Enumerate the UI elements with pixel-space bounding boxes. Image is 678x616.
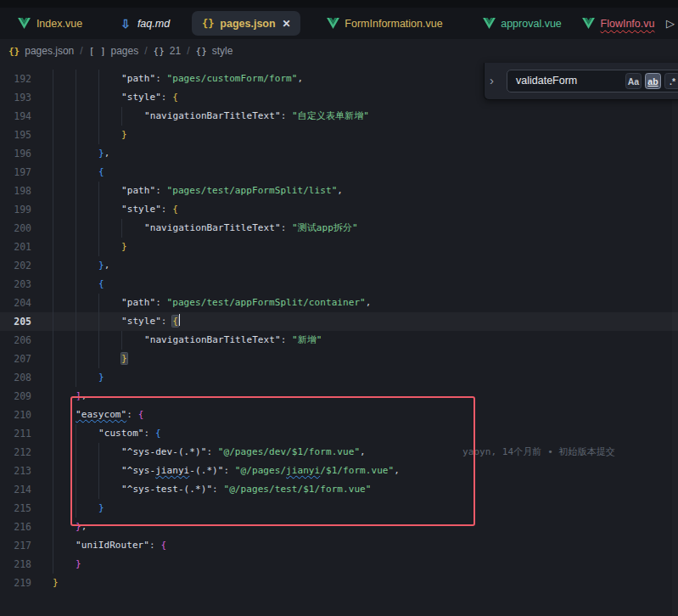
indent-guide — [121, 219, 122, 238]
token: , — [360, 446, 366, 457]
token: "uniIdRouter" — [76, 540, 149, 551]
indent-guide — [76, 70, 76, 88]
line-number[interactable]: 214 — [0, 480, 31, 499]
token: } — [121, 353, 127, 364]
code-editor[interactable]: 192"path": "pages/customForm/form",193"s… — [0, 63, 678, 616]
code-line[interactable]: 194"navigationBarTitleText": "自定义表单新增" — [0, 107, 678, 126]
indent-guide — [53, 312, 53, 331]
breadcrumb-item-21[interactable]: {}21 — [154, 45, 182, 57]
token: , — [337, 185, 343, 196]
line-number[interactable]: 204 — [0, 294, 31, 312]
token: , — [297, 73, 303, 84]
breadcrumb-separator: / — [144, 45, 147, 57]
token: , — [366, 297, 372, 308]
line-number[interactable]: 192 — [0, 70, 31, 88]
line-number[interactable]: 206 — [0, 331, 31, 350]
line-number[interactable]: 193 — [0, 88, 31, 107]
token: "@/pages/dev/$1/form.vue" — [218, 446, 360, 457]
indent-guide — [98, 219, 99, 238]
code-text: "navigationBarTitleText": "自定义表单新增" — [144, 107, 369, 126]
token: , — [104, 260, 110, 271]
code-line[interactable]: 201} — [0, 238, 678, 256]
indent-guide — [76, 126, 76, 144]
code-line[interactable]: 195} — [0, 126, 678, 144]
whole-word-button[interactable]: ab — [645, 73, 661, 89]
line-number[interactable]: 217 — [0, 536, 31, 555]
line-number[interactable]: 208 — [0, 368, 31, 387]
tab-overflow-chevron-icon[interactable]: ▷ — [658, 8, 678, 39]
code-line[interactable]: 216}, — [0, 518, 678, 536]
line-number[interactable]: 213 — [0, 462, 31, 480]
code-line[interactable]: 200"navigationBarTitleText": "测试app拆分" — [0, 219, 678, 238]
code-line[interactable]: 198"path": "pages/test/appFormSplit/list… — [0, 182, 678, 200]
code-line[interactable]: 213"^sys-jianyi-(.*)": "@/pages/jianyi/$… — [0, 462, 678, 480]
indent-guide — [76, 424, 76, 443]
code-line[interactable]: 214"^sys-test-(.*)": "@/pages/test/$1/fo… — [0, 480, 678, 499]
line-number[interactable]: 200 — [0, 219, 31, 238]
line-number[interactable]: 210 — [0, 406, 31, 424]
line-number[interactable]: 205 — [0, 312, 31, 331]
code-line[interactable]: 204"path": "pages/test/appFormSplit/cont… — [0, 294, 678, 312]
code-line[interactable]: 199"style": { — [0, 200, 678, 219]
tab-pages-json[interactable]: {}pages.json✕ — [188, 8, 304, 39]
indent-guide — [76, 182, 76, 200]
code-line[interactable]: 208} — [0, 368, 678, 387]
line-number[interactable]: 218 — [0, 555, 31, 574]
code-line[interactable]: 206"navigationBarTitleText": "新增" — [0, 331, 678, 350]
indent-guide — [98, 462, 99, 480]
line-number[interactable]: 211 — [0, 424, 31, 443]
code-line[interactable]: 215} — [0, 499, 678, 518]
token: "pages/customForm/form" — [167, 73, 298, 84]
code-line[interactable]: 209], — [0, 387, 678, 406]
code-line[interactable]: 218} — [0, 555, 678, 574]
code-line[interactable]: 211"custom": { — [0, 424, 678, 443]
line-number[interactable]: 216 — [0, 518, 31, 536]
line-number[interactable]: 202 — [0, 256, 31, 275]
tab-forminformation-vue[interactable]: FormInformation.vue — [304, 8, 465, 39]
code-line[interactable]: 205"style": { — [0, 312, 678, 331]
code-line[interactable]: 202}, — [0, 256, 678, 275]
line-number[interactable]: 209 — [0, 387, 31, 406]
tab-flowinfo-vu[interactable]: FlowInfo.vu — [579, 8, 658, 39]
line-number[interactable]: 199 — [0, 200, 31, 219]
code-line[interactable]: 210"easycom": { — [0, 406, 678, 424]
indent-guide — [53, 70, 53, 88]
regex-button[interactable]: .* — [664, 73, 678, 89]
line-number[interactable]: 203 — [0, 275, 31, 294]
code-line[interactable]: 217"uniIdRouter": { — [0, 536, 678, 555]
tab-approval-vue[interactable]: approval.vue — [465, 8, 579, 39]
match-case-button[interactable]: Aa — [625, 73, 642, 89]
line-number[interactable]: 207 — [0, 350, 31, 368]
line-number[interactable]: 212 — [0, 443, 31, 462]
breadcrumb-item-pages[interactable]: [ ]pages — [89, 45, 139, 57]
line-number[interactable]: 195 — [0, 126, 31, 144]
line-number[interactable]: 198 — [0, 182, 31, 200]
object-icon: {} — [154, 46, 165, 57]
code-text: "style": { — [121, 200, 178, 219]
line-number[interactable]: 196 — [0, 144, 31, 163]
line-number[interactable]: 201 — [0, 238, 31, 256]
token: : — [155, 73, 166, 84]
find-input[interactable]: validateForm Aa ab .* — [507, 70, 678, 92]
toggle-replace-button[interactable]: › — [490, 73, 494, 88]
line-number[interactable]: 194 — [0, 107, 31, 126]
code-line[interactable]: 197{ — [0, 163, 678, 182]
tab-index-vue[interactable]: Index.vue — [0, 8, 100, 39]
scrollbar[interactable] — [672, 63, 678, 616]
code-line[interactable]: 203{ — [0, 275, 678, 294]
breadcrumb-item-pages-json[interactable]: {}pages.json — [8, 45, 74, 57]
tab-faq-md[interactable]: ⇩faq.md — [100, 8, 188, 39]
token: { — [155, 428, 161, 439]
code-line[interactable]: 212"^sys-dev-(.*)": "@/pages/dev/$1/form… — [0, 443, 678, 462]
breadcrumb-item-style[interactable]: {}style — [196, 45, 233, 57]
close-tab-icon[interactable]: ✕ — [283, 19, 291, 29]
line-number[interactable]: 215 — [0, 499, 31, 518]
line-number[interactable]: 197 — [0, 163, 31, 182]
indent-guide — [76, 331, 76, 350]
code-line[interactable]: 196}, — [0, 144, 678, 163]
line-number[interactable]: 219 — [0, 574, 31, 592]
code-text: "easycom": { — [76, 406, 143, 424]
indent-guide — [53, 331, 53, 350]
code-line[interactable]: 219} — [0, 574, 678, 592]
code-line[interactable]: 207} — [0, 350, 678, 368]
